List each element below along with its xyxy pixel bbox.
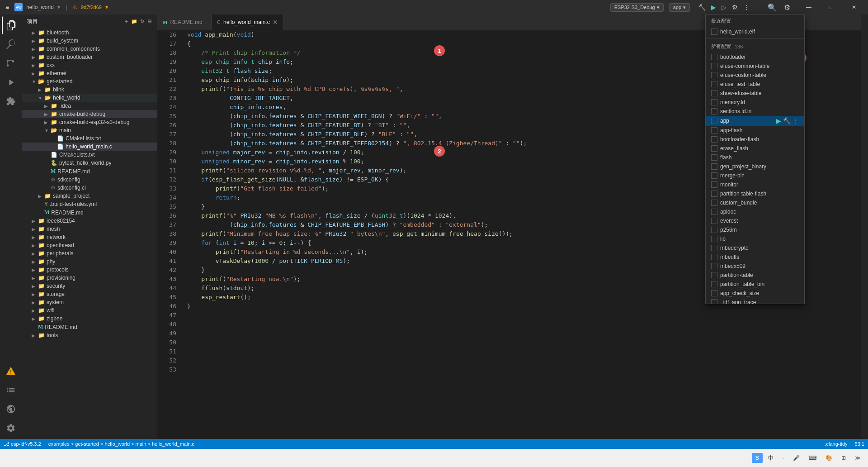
dropdown-item-apidoc[interactable]: apidoc bbox=[706, 207, 804, 216]
refresh-icon[interactable]: ↻ bbox=[140, 19, 145, 24]
list-icon[interactable] bbox=[2, 381, 20, 399]
search-activity-icon[interactable] bbox=[2, 35, 20, 53]
ime-more-button[interactable]: ≫ bbox=[851, 453, 864, 463]
dropdown-item-partition-table-flash[interactable]: partition-table-flash bbox=[706, 189, 804, 198]
dropdown-item-mbedx509[interactable]: mbedx509 bbox=[706, 262, 804, 271]
sidebar-item-readme-hw[interactable]: ▶ M README.md bbox=[22, 167, 157, 176]
dropdown-item-app_check_size[interactable]: app_check_size bbox=[706, 289, 804, 298]
path-status[interactable]: examples > get-started > hello_world > m… bbox=[48, 441, 194, 447]
dropdown-item-custom_bundle[interactable]: custom_bundle bbox=[706, 198, 804, 207]
ime-chinese-button[interactable]: 中 bbox=[764, 453, 777, 464]
sidebar-item-main[interactable]: ▼ 📂 main bbox=[22, 126, 157, 134]
sidebar-item-security[interactable]: ▶ 📁 security bbox=[22, 282, 157, 290]
dropdown-item-partition-table[interactable]: partition-table bbox=[706, 271, 804, 280]
branch-status[interactable]: ⎇ esp-idf-v5.3.2 bbox=[4, 441, 41, 447]
sidebar-item-wifi[interactable]: ▶ 📁 wifi bbox=[22, 306, 157, 315]
dropdown-item-erase_flash[interactable]: erase_flash bbox=[706, 144, 804, 153]
play-action-icon[interactable]: ▶ bbox=[776, 117, 781, 124]
tab-hello_world_main[interactable]: C hello_world_main.c ✕ bbox=[212, 14, 284, 30]
ime-keyboard-button[interactable]: ⌨ bbox=[805, 453, 820, 463]
dropdown-item-app[interactable]: app ▶ 🔨 ⋮ bbox=[706, 116, 804, 126]
sidebar-item-readme-gs[interactable]: ▶ M README.md bbox=[22, 208, 157, 217]
sidebar-item-hello_world[interactable]: ▼ 📂 hello_world bbox=[22, 94, 157, 102]
gear-icon[interactable]: ⚙ bbox=[783, 2, 791, 13]
dropdown-item-merge-bin[interactable]: merge-bin bbox=[706, 171, 804, 180]
sidebar-item-cmakelists-root[interactable]: ▶ 📄 CMakeLists.txt bbox=[22, 151, 157, 159]
dropdown-item-app-flash[interactable]: app-flash bbox=[706, 126, 804, 135]
sidebar-item-system[interactable]: ▶ 📁 system bbox=[22, 298, 157, 306]
ime-dot-button[interactable]: · bbox=[779, 453, 788, 463]
sidebar-item-build_system[interactable]: ▶ 📁 build_system bbox=[22, 37, 157, 45]
settings-activity-icon[interactable] bbox=[2, 419, 20, 437]
sidebar-item-cxx[interactable]: ▶ 📁 cxx bbox=[22, 61, 157, 69]
sidebar-item-ieee802154[interactable]: ▶ 📁 ieee802154 bbox=[22, 217, 157, 225]
dropdown-item-mbedtls[interactable]: mbedtls bbox=[706, 253, 804, 262]
dropdown-item-partition_table_bin[interactable]: partition_table_bin bbox=[706, 280, 804, 289]
dropdown-item-lib[interactable]: lib bbox=[706, 234, 804, 243]
dropdown-item-memory_ld[interactable]: memory.ld bbox=[706, 98, 804, 107]
sidebar-item-zigbee[interactable]: ▶ 📁 zigbee bbox=[22, 315, 157, 323]
search-icon[interactable]: 🔍 bbox=[767, 2, 778, 13]
app-config-selector[interactable]: app ▾ bbox=[669, 3, 690, 12]
clang-tidy-status[interactable]: .clang-tidy bbox=[825, 441, 847, 447]
sidebar-item-blink[interactable]: ▶ 📁 blink bbox=[22, 86, 157, 94]
sidebar-item-phy[interactable]: ▶ 📁 phy bbox=[22, 257, 157, 266]
tab-readme[interactable]: M README.md bbox=[157, 14, 212, 30]
sidebar-item-provisioning[interactable]: ▶ 📁 provisioning bbox=[22, 274, 157, 282]
sidebar-item-storage[interactable]: ▶ 📁 storage bbox=[22, 290, 157, 298]
sidebar-item-ethernet[interactable]: ▶ 📁 ethernet bbox=[22, 69, 157, 77]
position-status[interactable]: 53:1 bbox=[855, 441, 864, 447]
new-folder-icon[interactable]: 📁 bbox=[131, 19, 138, 24]
close-button[interactable]: ✕ bbox=[844, 0, 864, 14]
dropdown-item-idf_app_trace[interactable]: _idf_app_trace bbox=[706, 298, 804, 304]
dropdown-item-mbedcrypto[interactable]: mbedcrypto bbox=[706, 243, 804, 253]
menu-icon[interactable]: ≡ bbox=[4, 2, 11, 13]
run-debug-icon[interactable] bbox=[2, 73, 20, 91]
sidebar-item-sdkconfig-ci[interactable]: ▶ ⚙ sdkconfig.ci bbox=[22, 184, 157, 192]
build-action-icon[interactable]: 🔨 bbox=[783, 117, 791, 124]
source-control-icon[interactable] bbox=[2, 54, 20, 72]
sidebar-item-cmake-build-debug[interactable]: ▶ 📁 cmake-build-debug bbox=[22, 110, 157, 118]
sidebar-item-mesh[interactable]: ▶ 📁 mesh bbox=[22, 225, 157, 233]
ime-mic-button[interactable]: 🎤 bbox=[789, 453, 803, 463]
ime-color-button[interactable]: 🎨 bbox=[822, 453, 836, 463]
dropdown-item-efuse-custom-table[interactable]: efuse-custom-table bbox=[706, 71, 804, 80]
ime-grid-button[interactable]: ⊞ bbox=[838, 453, 849, 463]
sidebar-item-cmake-build-esp32[interactable]: ▶ 📁 cmake-build-esp32-s3-debug bbox=[22, 118, 157, 126]
dropdown-item-bootloader[interactable]: bootloader bbox=[706, 52, 804, 62]
sidebar-item-protocols[interactable]: ▶ 📁 protocols bbox=[22, 266, 157, 274]
dropdown-item-efuse-common-table[interactable]: efuse-common-table bbox=[706, 62, 804, 71]
sidebar-item-build-test-rules[interactable]: ▶ Y .build-test-rules.yml bbox=[22, 200, 157, 208]
debug-run-icon[interactable]: ▷ bbox=[721, 3, 727, 12]
dropdown-item-flash[interactable]: flash bbox=[706, 153, 804, 162]
sidebar-item-common_components[interactable]: ▶ 📁 common_components bbox=[22, 45, 157, 53]
dropdown-item-show-efuse-table[interactable]: show-efuse-table bbox=[706, 89, 804, 98]
new-file-icon[interactable]: + bbox=[125, 19, 128, 24]
dropdown-item-sections_ld_in[interactable]: sections.ld.in bbox=[706, 107, 804, 116]
debug-config-selector[interactable]: ESP32-S3_Debug ▾ bbox=[610, 3, 664, 12]
warning-activity-icon[interactable] bbox=[2, 362, 20, 380]
sidebar-item-network[interactable]: ▶ 📁 network bbox=[22, 233, 157, 241]
dropdown-item-p256m[interactable]: p256m bbox=[706, 225, 804, 234]
sidebar-item-get-started[interactable]: ▼ 📂 get-started bbox=[22, 77, 157, 86]
dropdown-item-bootloader-flash[interactable]: bootloader-flash bbox=[706, 135, 804, 144]
minimize-button[interactable]: — bbox=[798, 0, 819, 14]
collapse-icon[interactable]: ⊟ bbox=[147, 19, 152, 24]
dropdown-item-gen_project_binary[interactable]: gen_project_binary bbox=[706, 162, 804, 171]
dropdown-item-everest[interactable]: everest bbox=[706, 216, 804, 225]
sidebar-item-sdkconfig[interactable]: ▶ ⚙ sdkconfig bbox=[22, 176, 157, 184]
remote-icon[interactable] bbox=[2, 400, 20, 418]
sidebar-item-pytest[interactable]: ▶ 🐍 pytest_hello_world.py bbox=[22, 159, 157, 167]
dropdown-item-efuse_test_table[interactable]: efuse_test_table bbox=[706, 80, 804, 89]
run-icon[interactable]: ▶ bbox=[710, 3, 717, 12]
more-actions-icon[interactable]: ⋮ bbox=[742, 3, 750, 12]
sidebar-item-tools[interactable]: ▶ 📁 tools bbox=[22, 331, 157, 339]
sidebar-item-readme-root[interactable]: ▶ M README.md bbox=[22, 323, 157, 331]
explorer-icon[interactable] bbox=[2, 16, 20, 34]
sidebar-item-bluetooth[interactable]: ▶ 📁 bluetooth bbox=[22, 29, 157, 37]
more-action-icon[interactable]: ⋮ bbox=[793, 117, 799, 124]
extensions-icon[interactable] bbox=[2, 92, 20, 110]
dropdown-item-hello_world_elf[interactable]: hello_world.elf bbox=[706, 27, 804, 36]
sidebar-item-peripherals[interactable]: ▶ 📁 peripherals bbox=[22, 249, 157, 257]
tab-close-button[interactable]: ✕ bbox=[273, 19, 278, 25]
